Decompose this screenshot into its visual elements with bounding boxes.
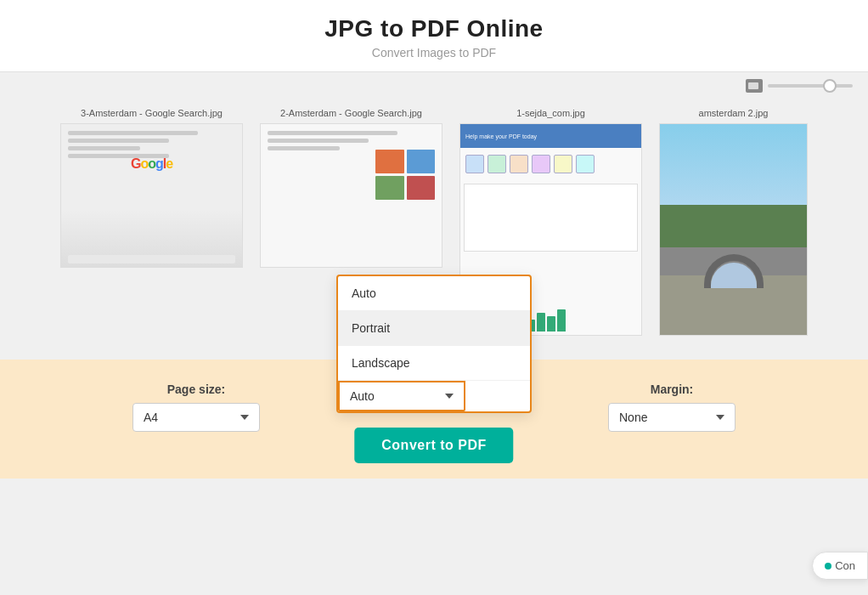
gallery-item: 2-Amsterdam - Google Search.jpg — [260, 108, 442, 268]
orientation-value: Auto — [350, 389, 375, 403]
con-label: Con — [835, 559, 855, 572]
orientation-dropdown: Auto Portrait Landscape Auto — [336, 275, 532, 413]
page-size-select[interactable]: A4 — [132, 403, 260, 432]
page-header: JPG to PDF Online Convert Images to PDF — [0, 0, 868, 72]
page-subtitle: Convert Images to PDF — [0, 46, 868, 60]
page-size-arrow-icon — [240, 415, 249, 420]
page-title: JPG to PDF Online — [0, 15, 868, 42]
orientation-select-in-dropdown[interactable]: Auto — [338, 381, 465, 411]
zoom-icon — [746, 79, 763, 93]
dropdown-item-portrait[interactable]: Portrait — [338, 311, 530, 346]
dropdown-item-landscape[interactable]: Landscape — [338, 346, 530, 381]
zoom-controls — [0, 72, 868, 96]
filename-2: 2-Amsterdam - Google Search.jpg — [280, 108, 422, 118]
orientation-arrow-icon — [445, 394, 454, 399]
margin-group: Margin: None — [578, 382, 765, 432]
margin-label: Margin: — [651, 382, 694, 396]
filename-3: 1-sejda_com.jpg — [516, 108, 585, 118]
zoom-slider[interactable] — [768, 84, 853, 88]
options-bar: Page size: A4 Auto Portrait Landscape Au… — [0, 360, 868, 479]
thumbnail-2 — [260, 123, 442, 268]
margin-value: None — [619, 411, 647, 424]
con-button[interactable]: Con — [812, 552, 868, 580]
page-size-group: Page size: A4 — [103, 382, 290, 432]
page-size-value: A4 — [144, 411, 158, 424]
convert-button[interactable]: Convert to PDF — [354, 428, 513, 463]
margin-select[interactable]: None — [608, 403, 736, 432]
svg-rect-1 — [748, 82, 758, 89]
filename-4: amsterdam 2.jpg — [699, 108, 769, 118]
gallery-item: 3-Amsterdam - Google Search.jpg Google — [60, 108, 243, 268]
margin-arrow-icon — [716, 415, 724, 420]
thumbnail-1: Google — [60, 123, 243, 268]
dropdown-item-auto[interactable]: Auto — [338, 276, 530, 311]
convert-row: Convert to PDF — [354, 422, 513, 463]
page-size-label: Page size: — [167, 382, 225, 396]
con-dot-icon — [825, 563, 831, 570]
filename-1: 3-Amsterdam - Google Search.jpg — [81, 108, 223, 118]
gallery-item: amsterdam 2.jpg — [659, 108, 808, 336]
thumbnail-4 — [659, 123, 808, 336]
